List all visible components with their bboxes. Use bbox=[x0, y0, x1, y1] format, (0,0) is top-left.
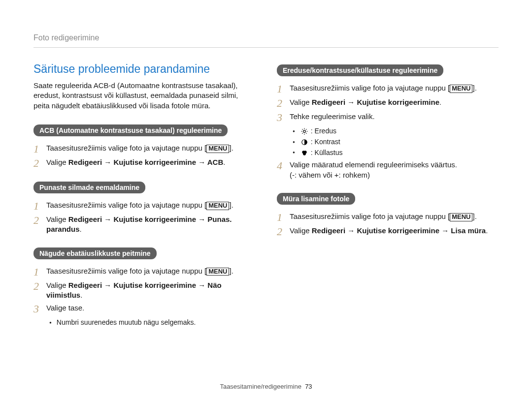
bcs-step-2: 2 Valige Redigeeri → Kujutise korrigeeri… bbox=[277, 97, 499, 109]
redeye-step-1: 1 Taasesitusrežiimis valige foto ja vaju… bbox=[33, 200, 255, 212]
column-right: Ereduse/kontrastsuse/küllastuse reguleer… bbox=[277, 62, 499, 330]
step-number: 1 bbox=[277, 212, 290, 223]
faces-step-3-note: Numbri suurenedes muutub nägu selgemaks. bbox=[49, 317, 255, 328]
step-text: (-: vähem või +: rohkem) bbox=[290, 171, 370, 179]
saturation-icon bbox=[300, 150, 309, 156]
option-text: : Eredus bbox=[311, 126, 336, 137]
section-label-faces: Nägude ebatäiuslikkuste peitmine bbox=[33, 247, 157, 259]
page-number: 73 bbox=[305, 383, 312, 390]
manual-page: Foto redigeerimine Särituse probleemide … bbox=[0, 0, 532, 401]
footer-text: Taasesitamine/redigeerimine bbox=[220, 383, 301, 390]
step-text: ]. bbox=[472, 212, 476, 220]
step-text: . bbox=[486, 226, 488, 235]
step-text: ]. bbox=[229, 201, 233, 209]
step-text: Valige tase. bbox=[46, 303, 255, 313]
section-label-noise: Müra lisamine fotole bbox=[277, 193, 355, 205]
menu-key: MENU bbox=[206, 145, 229, 153]
bcs-options: : Eredus : Kontrast : Küllastus bbox=[293, 126, 499, 158]
breadcrumb: Foto redigeerimine bbox=[33, 33, 499, 48]
step-strong: Redigeeri → Kujutise korrigeerimine → Li… bbox=[312, 226, 486, 235]
contrast-icon bbox=[300, 139, 309, 146]
brightness-icon bbox=[300, 128, 309, 135]
acb-step-2: 2 Valige Redigeeri → Kujutise korrigeeri… bbox=[33, 157, 255, 169]
step-text: ]. bbox=[229, 144, 233, 152]
faces-step-3: 3 Valige tase. bbox=[33, 303, 255, 314]
column-left: Särituse probleemide parandamine Saate r… bbox=[33, 62, 255, 330]
section-label-redeye: Punaste silmade eemaldamine bbox=[33, 182, 145, 193]
menu-key: MENU bbox=[450, 85, 472, 93]
step-number: 2 bbox=[33, 280, 46, 292]
option-text: : Kontrast bbox=[311, 137, 340, 148]
step-number: 4 bbox=[277, 160, 290, 171]
svg-line-6 bbox=[306, 133, 306, 133]
step-text: . bbox=[223, 158, 225, 166]
step-strong: Redigeeri → Kujutise korrigeerimine bbox=[312, 98, 439, 106]
step-strong: Redigeeri → Kujutise korrigeerimine → AC… bbox=[68, 158, 224, 166]
svg-point-0 bbox=[303, 130, 306, 133]
step-text: Valige bbox=[46, 281, 68, 289]
step-number: 3 bbox=[33, 303, 46, 314]
page-footer: Taasesitamine/redigeerimine 73 bbox=[0, 383, 532, 390]
step-number: 1 bbox=[33, 200, 46, 212]
svg-line-8 bbox=[306, 129, 306, 130]
step-text: ]. bbox=[229, 267, 233, 275]
intro-text: Saate reguleerida ACB-d (Automaatne kont… bbox=[33, 81, 255, 111]
step-text: Taasesitusrežiimis valige foto ja vajuta… bbox=[290, 212, 450, 220]
step-number: 1 bbox=[33, 143, 46, 154]
step-text: Valige bbox=[46, 158, 68, 166]
step-number: 1 bbox=[277, 83, 290, 94]
step-text: Taasesitusrežiimis valige foto ja vajuta… bbox=[290, 84, 450, 92]
step-text: Taasesitusrežiimis valige foto ja vajuta… bbox=[46, 201, 206, 209]
svg-point-12 bbox=[303, 152, 306, 155]
step-number: 2 bbox=[277, 226, 290, 237]
step-strong: Redigeeri → Kujutise korrigeerimine → Nä… bbox=[46, 281, 222, 299]
faces-step-2: 2 Valige Redigeeri → Kujutise korrigeeri… bbox=[33, 280, 255, 301]
step-number: 1 bbox=[33, 266, 46, 278]
menu-key: MENU bbox=[206, 202, 229, 210]
bcs-step-1: 1 Taasesitusrežiimis valige foto ja vaju… bbox=[277, 83, 499, 94]
step-text: Valige määratud elemendi reguleerimiseks… bbox=[290, 160, 457, 169]
bullet-text: Numbri suurenedes muutub nägu selgemaks. bbox=[57, 317, 196, 328]
section-label-bcs: Ereduse/kontrastsuse/küllastuse reguleer… bbox=[277, 64, 443, 76]
step-text: Tehke reguleerimise valik. bbox=[290, 112, 499, 122]
svg-line-7 bbox=[302, 133, 302, 133]
content-columns: Särituse probleemide parandamine Saate r… bbox=[33, 62, 499, 330]
page-title: Särituse probleemide parandamine bbox=[33, 62, 255, 76]
option-text: : Küllastus bbox=[311, 148, 343, 158]
step-text: Taasesitusrežiimis valige foto ja vajuta… bbox=[46, 267, 206, 275]
step-number: 2 bbox=[33, 157, 46, 169]
step-text: . bbox=[80, 225, 82, 233]
noise-step-1: 1 Taasesitusrežiimis valige foto ja vaju… bbox=[277, 212, 499, 223]
step-number: 2 bbox=[277, 97, 290, 109]
step-strong: Redigeeri → Kujutise korrigeerimine → Pu… bbox=[46, 215, 232, 233]
redeye-step-2: 2 Valige Redigeeri → Kujutise korrigeeri… bbox=[33, 215, 255, 235]
menu-key: MENU bbox=[450, 213, 472, 221]
step-text: Taasesitusrežiimis valige foto ja vajuta… bbox=[46, 144, 206, 152]
step-number: 3 bbox=[277, 112, 290, 123]
section-label-acb: ACB (Automaatne kontrastsuse tasakaal) r… bbox=[33, 124, 228, 136]
noise-step-2: 2 Valige Redigeeri → Kujutise korrigeeri… bbox=[277, 226, 499, 237]
step-text: Valige bbox=[46, 215, 68, 223]
faces-step-1: 1 Taasesitusrežiimis valige foto ja vaju… bbox=[33, 266, 255, 278]
step-number: 2 bbox=[33, 215, 46, 226]
step-text: ]. bbox=[472, 84, 476, 92]
menu-key: MENU bbox=[206, 268, 229, 276]
bcs-step-4: 4 Valige määratud elemendi reguleerimise… bbox=[277, 160, 499, 180]
step-text: Valige bbox=[290, 226, 312, 235]
step-text: Valige bbox=[290, 98, 312, 106]
step-text: . bbox=[439, 98, 441, 106]
bcs-step-3: 3 Tehke reguleerimise valik. bbox=[277, 112, 499, 123]
acb-step-1: 1 Taasesitusrežiimis valige foto ja vaju… bbox=[33, 143, 255, 154]
step-text: . bbox=[80, 291, 82, 299]
svg-line-5 bbox=[302, 129, 302, 130]
